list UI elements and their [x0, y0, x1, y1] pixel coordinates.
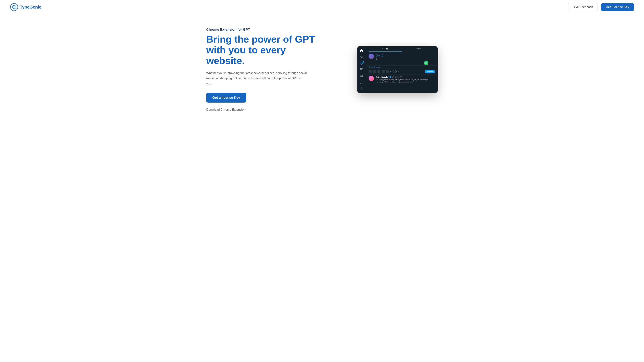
twitter-notifications-icon [360, 61, 364, 65]
hero-section: Chrome Extension for GPT Bring the power… [196, 14, 448, 121]
brand-name: TypeGenie [20, 4, 41, 10]
svg-point-1 [362, 88, 362, 89]
hero-description: Whether you're browsing the latest news … [206, 70, 307, 86]
get-license-key-hero-button[interactable]: Get a license Key [206, 93, 246, 103]
twitter-tweet-preview: Andrej Karpathy @karpathy · 6h ··· The a… [366, 74, 438, 84]
twitter-circle-button[interactable] [390, 70, 394, 73]
twitter-following-tab[interactable]: Följer [402, 46, 435, 52]
twitter-gif-icon[interactable] [373, 70, 376, 73]
twitter-compose-input[interactable]: g| [376, 58, 435, 61]
twitter-media-icon[interactable] [368, 70, 372, 73]
twitter-emoji-icon[interactable] [382, 70, 385, 73]
twitter-main-area: För dig Följer Alla g| [366, 46, 438, 93]
svg-point-2 [362, 87, 362, 88]
twitter-location-icon[interactable] [386, 70, 389, 73]
twitter-tweet-text: The analogy between GPTs of today to the… [376, 79, 435, 83]
twitter-tweet-handle: @karpathy · 6h [392, 76, 402, 78]
nav-actions: Give Feedback Get License Key [568, 3, 634, 11]
twitter-audience-pill[interactable]: Alla [376, 54, 383, 57]
twitter-tweet-header: Andrej Karpathy @karpathy · 6h ··· [376, 76, 435, 78]
twitter-add-button[interactable]: + [395, 70, 398, 73]
twitter-tweet-author-name: Andrej Karpathy [376, 76, 389, 78]
twitter-more-icon [360, 87, 364, 90]
navbar: TypeGenie Give Feedback Get License Key [0, 0, 644, 14]
twitter-tabs: För dig Följer [366, 46, 438, 52]
logo: TypeGenie [10, 3, 41, 11]
twitter-verified-badge [390, 76, 391, 78]
hero-right: För dig Följer Alla g| [322, 46, 438, 93]
get-license-key-nav-button[interactable]: Get License Key [601, 3, 634, 11]
twitter-compose-actions: + Tweeta [366, 69, 438, 74]
hero-subtitle: Chrome Extension for GPT [206, 28, 322, 31]
twitter-bookmarks-icon [360, 74, 364, 78]
twitter-go-avatar: GO [424, 61, 428, 65]
twitter-sidebar [357, 46, 366, 93]
twitter-tweet-more-dots[interactable]: ··· [403, 76, 404, 78]
twitter-tweet-content: Andrej Karpathy @karpathy · 6h ··· The a… [376, 76, 435, 83]
twitter-search-icon [360, 55, 364, 58]
loading-dot [405, 62, 406, 63]
twitter-user-avatar [368, 54, 374, 59]
twitter-for-you-tab[interactable]: För dig [368, 46, 402, 52]
svg-point-0 [10, 3, 18, 11]
twitter-profile-icon [360, 81, 364, 84]
download-extension-link[interactable]: Download Chrome Extension [206, 108, 322, 111]
twitter-poll-icon[interactable] [377, 70, 380, 73]
twitter-reply-bar: 🔗 Alla får svara [366, 66, 438, 69]
hero-left: Chrome Extension for GPT Bring the power… [206, 28, 322, 111]
twitter-tweet-author-avatar [368, 76, 374, 81]
twitter-tweet-button[interactable]: Tweeta [425, 70, 435, 73]
twitter-messages-icon [360, 68, 364, 71]
give-feedback-button[interactable]: Give Feedback [568, 3, 598, 11]
svg-point-3 [362, 89, 362, 90]
twitter-home-icon [360, 49, 364, 52]
twitter-screenshot-mockup: För dig Följer Alla g| [357, 46, 438, 93]
hero-title: Bring the power of GPT with you to every… [206, 34, 322, 66]
typegenie-logo-icon [10, 3, 18, 11]
reply-icon: 🔗 [368, 66, 371, 68]
